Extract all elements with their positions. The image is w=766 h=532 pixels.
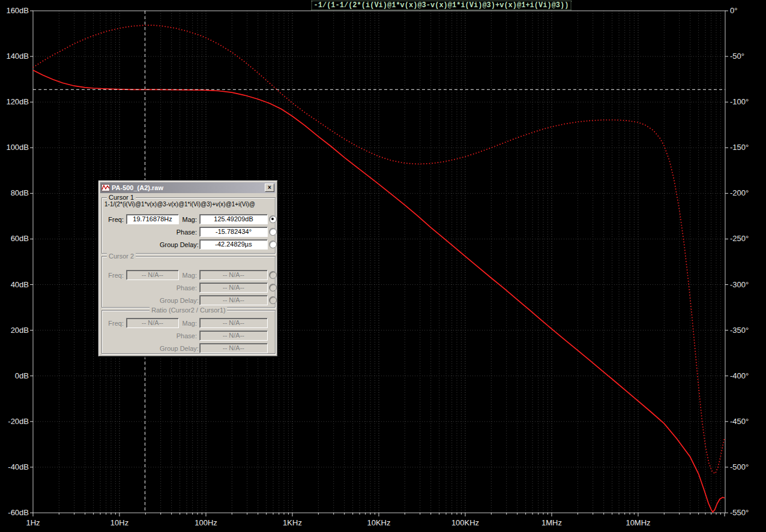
x-axis-tick-label: 10MHz	[617, 518, 659, 527]
ratio-phase-label: Phase:	[160, 332, 197, 339]
x-axis-tick-label: 100Hz	[185, 518, 227, 527]
ratio-group-delay-field: -- N/A--	[199, 343, 268, 353]
y-right-tick-label: -150°	[730, 143, 749, 152]
ratio-freq-label: Freq:	[103, 320, 124, 327]
cursor1-mag-field[interactable]: 125.49209dB	[199, 214, 268, 224]
app-icon	[101, 184, 110, 191]
y-right-tick-label: -300°	[730, 280, 749, 289]
cursor1-freq-label: Freq:	[103, 216, 124, 223]
y-right-tick-label: -100°	[730, 97, 749, 106]
cursor2-mag-radio	[269, 271, 277, 279]
y-left-tick-label: 60dB	[0, 234, 29, 243]
ratio-mag-label: Mag:	[160, 320, 197, 327]
cursor2-group-label: Cursor 2	[107, 253, 136, 260]
x-axis-tick-label: 100KHz	[444, 518, 486, 527]
cursor2-phase-label: Phase:	[160, 284, 197, 291]
y-left-tick-label: 0dB	[0, 371, 29, 380]
ratio-group-label: Ratio (Cursor2 / Cursor1)	[149, 306, 227, 314]
y-right-tick-label: -450°	[730, 417, 749, 426]
y-right-tick-label: -200°	[730, 188, 749, 197]
cursor2-freq-label: Freq:	[103, 272, 124, 279]
y-right-tick-label: -550°	[730, 508, 749, 517]
x-axis-tick-label: 1KHz	[271, 518, 313, 527]
cursor1-group: Cursor 1 1-1/(2*(i(Vi)@1*v(x)@3-v(x)@1*i…	[101, 197, 276, 254]
y-left-tick-label: 100dB	[0, 143, 29, 152]
cursor2-group-delay-field: -- N/A--	[199, 295, 268, 305]
dialog-titlebar[interactable]: PA-500_(A2).raw ×	[100, 182, 276, 193]
cursor1-phase-field[interactable]: -15.782434°	[199, 227, 268, 237]
cursor2-group: Cursor 2 Freq: -- N/A-- Mag: -- N/A-- Ph…	[101, 256, 276, 308]
cursor2-mag-field: -- N/A--	[199, 270, 268, 280]
y-left-tick-label: 140dB	[0, 52, 29, 61]
y-left-tick-label: 120dB	[0, 97, 29, 106]
cursor1-group-delay-field[interactable]: -42.24829µs	[199, 239, 268, 250]
ratio-phase-field: -- N/A--	[199, 330, 268, 341]
y-right-tick-label: -250°	[730, 234, 749, 243]
ratio-group-delay-label: Group Delay:	[160, 345, 197, 352]
y-left-tick-label: -20dB	[0, 417, 29, 426]
y-right-tick-label: -50°	[730, 52, 744, 61]
cursor2-phase-field: -- N/A--	[199, 282, 268, 293]
cursor1-group-delay-label: Group Delay:	[160, 241, 197, 248]
x-axis-tick-label: 10KHz	[358, 518, 400, 527]
y-right-tick-label: -400°	[730, 371, 749, 380]
cursor2-group-delay-radio	[269, 296, 277, 304]
y-right-tick-label: -500°	[730, 462, 749, 471]
trace-expression-title[interactable]: -1/(1-1/(2*(i(Vi)@1*v(x)@3-v(x)@1*i(Vi)@…	[312, 1, 571, 10]
cursor1-expression: 1-1/(2*(i(Vi)@1*v(x)@3-v(x)@1*i(Vi)@3)+v…	[104, 201, 273, 208]
cursor2-phase-radio	[269, 284, 277, 291]
cursor1-group-delay-radio[interactable]	[269, 241, 277, 248]
close-icon[interactable]: ×	[265, 184, 274, 192]
cursor1-mag-label: Mag:	[160, 216, 197, 223]
y-left-tick-label: -60dB	[0, 508, 29, 517]
x-axis-tick-label: 1MHz	[531, 518, 573, 527]
cursor1-phase-label: Phase:	[160, 229, 197, 236]
y-left-tick-label: 40dB	[0, 280, 29, 289]
cursor1-phase-radio[interactable]	[269, 228, 277, 236]
y-left-tick-label: 160dB	[0, 6, 29, 15]
x-axis-tick-label: 1Hz	[12, 518, 54, 527]
cursor2-mag-label: Mag:	[160, 272, 197, 279]
ltspice-waveform-window: 160dB140dB120dB100dB80dB60dB40dB20dB0dB-…	[0, 0, 766, 532]
y-left-tick-label: 20dB	[0, 326, 29, 335]
ratio-mag-field: -- N/A--	[199, 318, 268, 328]
y-right-tick-label: 0°	[730, 6, 737, 15]
cursor2-group-delay-label: Group Delay:	[160, 297, 197, 304]
cursor-dialog[interactable]: PA-500_(A2).raw × Cursor 1 1-1/(2*(i(Vi)…	[98, 180, 278, 357]
cursor1-mag-radio[interactable]	[269, 215, 277, 223]
dialog-title: PA-500_(A2).raw	[112, 184, 163, 191]
ratio-group: Ratio (Cursor2 / Cursor1) Freq: -- N/A--…	[101, 310, 276, 354]
cursor1-group-label: Cursor 1	[107, 194, 136, 201]
y-right-tick-label: -350°	[730, 326, 749, 335]
x-axis-tick-label: 10Hz	[98, 518, 140, 527]
y-left-tick-label: 80dB	[0, 188, 29, 197]
y-left-tick-label: -40dB	[0, 462, 29, 471]
